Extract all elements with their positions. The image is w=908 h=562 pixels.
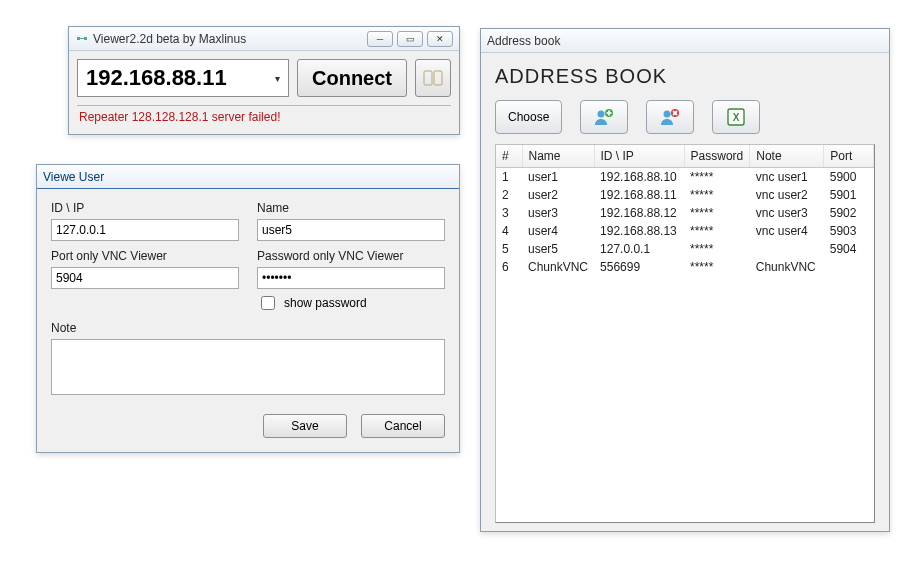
table-row[interactable]: 6ChunkVNC556699*****ChunkVNC — [496, 258, 874, 276]
svg-rect-4 — [434, 71, 442, 85]
table-cell: ***** — [684, 204, 750, 222]
addressbook-title-small: Address book — [487, 34, 883, 48]
column-header[interactable]: Note — [750, 145, 824, 168]
column-header[interactable]: Name — [522, 145, 594, 168]
table-cell: vnc user3 — [750, 204, 824, 222]
input-name[interactable] — [257, 219, 445, 241]
table-cell: vnc user4 — [750, 222, 824, 240]
app-icon — [75, 32, 89, 46]
table-row[interactable]: 3user3192.168.88.12*****vnc user35902 — [496, 204, 874, 222]
field-name: Name — [257, 201, 445, 241]
add-user-button[interactable] — [580, 100, 628, 134]
user-plus-icon — [593, 107, 615, 127]
viewer-titlebar: Viewer2.2d beta by Maxlinus ─ ▭ ✕ — [69, 27, 459, 51]
table-cell: ***** — [684, 186, 750, 204]
field-id-ip: ID \ IP — [51, 201, 239, 241]
table-row[interactable]: 2user2192.168.88.11*****vnc user25901 — [496, 186, 874, 204]
addressbook-heading: ADDRESS BOOK — [495, 65, 875, 88]
delete-user-button[interactable] — [646, 100, 694, 134]
field-note: Note — [51, 321, 445, 398]
table-cell: 5903 — [824, 222, 874, 240]
svg-rect-0 — [77, 37, 80, 40]
addressbook-button[interactable] — [415, 59, 451, 97]
table-cell — [750, 240, 824, 258]
table-cell: 5901 — [824, 186, 874, 204]
export-excel-button[interactable]: X — [712, 100, 760, 134]
table-cell: vnc user2 — [750, 186, 824, 204]
table-cell: 192.168.88.11 — [594, 186, 684, 204]
close-button[interactable]: ✕ — [427, 31, 453, 47]
choose-button[interactable]: Choose — [495, 100, 562, 134]
table-cell: 192.168.88.12 — [594, 204, 684, 222]
table-cell: 5 — [496, 240, 522, 258]
table-cell: user5 — [522, 240, 594, 258]
input-id-ip[interactable] — [51, 219, 239, 241]
input-note[interactable] — [51, 339, 445, 395]
input-port[interactable] — [51, 267, 239, 289]
user-title: Viewe User — [43, 170, 453, 184]
table-cell: 5902 — [824, 204, 874, 222]
viewer-window: Viewer2.2d beta by Maxlinus ─ ▭ ✕ ▾ Conn… — [68, 26, 460, 135]
svg-point-9 — [664, 111, 671, 118]
label-port: Port only VNC Viewer — [51, 249, 239, 263]
table-cell: 127.0.0.1 — [594, 240, 684, 258]
table-cell: 6 — [496, 258, 522, 276]
connect-button[interactable]: Connect — [297, 59, 407, 97]
table-row[interactable]: 5user5127.0.0.1*****5904 — [496, 240, 874, 258]
addressbook-window: Address book ADDRESS BOOK Choose X — [480, 28, 890, 532]
label-id-ip: ID \ IP — [51, 201, 239, 215]
user-dialog: Viewe User ID \ IP Name Port only VNC Vi… — [36, 164, 460, 453]
addressbook-toolbar: Choose X — [495, 100, 875, 134]
table-cell: user3 — [522, 204, 594, 222]
label-note: Note — [51, 321, 445, 335]
table-cell: 1 — [496, 168, 522, 187]
table-cell: ***** — [684, 258, 750, 276]
svg-rect-3 — [424, 71, 432, 85]
cancel-button[interactable]: Cancel — [361, 414, 445, 438]
column-header[interactable]: Port — [824, 145, 874, 168]
table-row[interactable]: 4user4192.168.88.13*****vnc user45903 — [496, 222, 874, 240]
label-show-password: show password — [284, 296, 367, 310]
table-cell: ***** — [684, 168, 750, 187]
table-cell: user2 — [522, 186, 594, 204]
column-header[interactable]: ID \ IP — [594, 145, 684, 168]
table-cell — [824, 258, 874, 276]
checkbox-show-password[interactable] — [261, 296, 275, 310]
svg-text:X: X — [733, 112, 740, 123]
user-delete-icon — [659, 107, 681, 127]
table-cell: ***** — [684, 222, 750, 240]
excel-icon: X — [726, 107, 746, 127]
addressbook-titlebar: Address book — [481, 29, 889, 53]
table-row[interactable]: 1user1192.168.88.10*****vnc user15900 — [496, 168, 874, 187]
table-cell: 556699 — [594, 258, 684, 276]
field-port: Port only VNC Viewer — [51, 249, 239, 313]
user-titlebar: Viewe User — [37, 165, 459, 189]
table-cell: 192.168.88.13 — [594, 222, 684, 240]
svg-point-5 — [598, 111, 605, 118]
maximize-button[interactable]: ▭ — [397, 31, 423, 47]
table-cell: 3 — [496, 204, 522, 222]
column-header[interactable]: Password — [684, 145, 750, 168]
table-cell: ChunkVNC — [750, 258, 824, 276]
field-password: Password only VNC Viewer show password — [257, 249, 445, 313]
table-cell: vnc user1 — [750, 168, 824, 187]
addressbook-table[interactable]: #NameID \ IPPasswordNotePort 1user1192.1… — [496, 145, 874, 276]
column-header[interactable]: # — [496, 145, 522, 168]
status-text: Repeater 128.128.128.1 server failed! — [77, 105, 451, 126]
save-button[interactable]: Save — [263, 414, 347, 438]
table-cell: user4 — [522, 222, 594, 240]
ip-combobox[interactable]: ▾ — [77, 59, 289, 97]
table-cell: ChunkVNC — [522, 258, 594, 276]
svg-rect-1 — [84, 37, 87, 40]
ip-input[interactable] — [84, 64, 273, 92]
table-cell: 2 — [496, 186, 522, 204]
table-cell: 4 — [496, 222, 522, 240]
table-cell: user1 — [522, 168, 594, 187]
window-controls: ─ ▭ ✕ — [367, 31, 453, 47]
label-name: Name — [257, 201, 445, 215]
minimize-button[interactable]: ─ — [367, 31, 393, 47]
table-cell: ***** — [684, 240, 750, 258]
label-password: Password only VNC Viewer — [257, 249, 445, 263]
input-password[interactable] — [257, 267, 445, 289]
dropdown-caret-icon[interactable]: ▾ — [273, 73, 282, 84]
